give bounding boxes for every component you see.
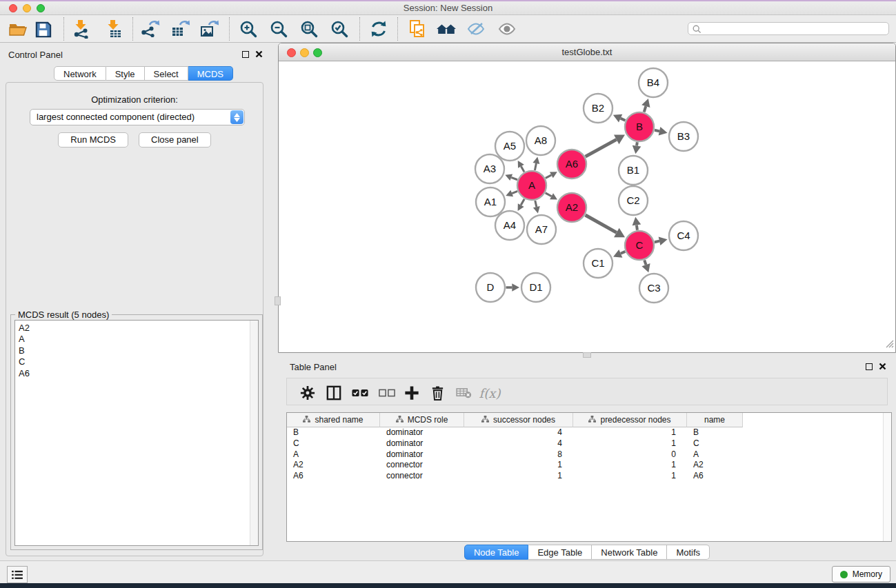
table-cell: C xyxy=(687,438,743,449)
splitter-handle[interactable] xyxy=(275,296,281,305)
optimization-criterion-select[interactable]: largest connected component (directed) xyxy=(30,109,245,125)
zoom-network-button[interactable] xyxy=(313,48,322,57)
result-item[interactable]: A6 xyxy=(15,368,258,379)
tab-edge-table[interactable]: Edge Table xyxy=(528,545,592,560)
task-history-button[interactable] xyxy=(7,566,28,583)
table-row[interactable]: A2connector11A2 xyxy=(287,460,891,471)
tab-select[interactable]: Select xyxy=(145,66,188,81)
memory-button[interactable]: Memory xyxy=(832,566,890,582)
run-mcds-button[interactable]: Run MCDS xyxy=(58,132,128,148)
edge-B-B4[interactable] xyxy=(644,106,646,112)
table-row[interactable]: Cdominator41C xyxy=(287,438,891,449)
close-window-button[interactable] xyxy=(9,4,17,12)
edge-A-A5[interactable] xyxy=(521,166,524,172)
column-header-label: name xyxy=(704,415,725,425)
tab-network[interactable]: Network xyxy=(54,66,106,81)
edge-A-A2[interactable] xyxy=(546,193,552,196)
edge-C-C3[interactable] xyxy=(644,260,646,265)
import-table-icon[interactable] xyxy=(103,19,124,39)
table-row[interactable]: Bdominator41B xyxy=(287,427,891,438)
table-mode-gear-icon[interactable] xyxy=(299,384,317,402)
select-all-columns-icon[interactable] xyxy=(351,384,369,402)
export-image-icon[interactable] xyxy=(199,19,219,39)
app-title: Session: New Session xyxy=(0,1,896,15)
zoom-in-icon[interactable] xyxy=(238,19,259,39)
close-panel-icon[interactable] xyxy=(879,363,886,370)
hide-selected-icon[interactable] xyxy=(466,19,486,39)
edge-B-B2[interactable] xyxy=(621,119,626,121)
tab-style[interactable]: Style xyxy=(106,66,145,81)
zoom-selected-icon[interactable] xyxy=(329,19,350,39)
memory-status-icon xyxy=(840,571,848,578)
resize-grip-icon[interactable] xyxy=(885,338,894,351)
tab-mcds[interactable]: MCDS xyxy=(188,66,233,81)
edge-A-A4[interactable] xyxy=(521,199,524,205)
edge-A-A1[interactable] xyxy=(512,191,517,193)
graph-node-label: D1 xyxy=(529,281,542,293)
table-cell: A xyxy=(287,449,380,460)
delete-table-icon[interactable] xyxy=(455,384,472,402)
column-header-predecessor-nodes[interactable]: predecessor nodes xyxy=(573,413,687,427)
result-item[interactable]: A2 xyxy=(15,323,258,334)
toolbar-separator xyxy=(63,17,64,41)
network-canvas[interactable]: AA1A2A3A4A5A6A7A8BB1B2B3B4CC1C2C3C4DD1 xyxy=(279,61,895,352)
result-item[interactable]: A xyxy=(15,334,258,345)
save-session-icon[interactable] xyxy=(32,19,53,39)
edge-B-B3[interactable] xyxy=(655,130,659,132)
column-header-mcds-role[interactable]: MCDS role xyxy=(380,413,464,427)
edge-A2-C[interactable] xyxy=(586,215,617,232)
minimize-window-button[interactable] xyxy=(23,4,31,12)
edge-A-A6[interactable] xyxy=(546,175,552,179)
edge-B-B1[interactable] xyxy=(637,142,637,145)
close-panel-icon[interactable] xyxy=(255,50,263,58)
refresh-view-icon[interactable] xyxy=(368,19,389,39)
zoom-out-icon[interactable] xyxy=(268,19,289,39)
graph-node-label: A5 xyxy=(504,140,516,152)
result-item[interactable]: C xyxy=(15,356,258,367)
export-network-icon[interactable] xyxy=(140,19,161,39)
show-columns-icon[interactable] xyxy=(325,384,343,402)
tab-motifs[interactable]: Motifs xyxy=(667,545,710,560)
table-header-row: shared nameMCDS rolesuccessor nodesprede… xyxy=(287,413,891,427)
edge-C-C2[interactable] xyxy=(637,225,637,230)
edge-A6-B[interactable] xyxy=(586,139,617,156)
tab-node-table[interactable]: Node Table xyxy=(464,545,529,560)
add-column-icon[interactable] xyxy=(403,384,421,402)
search-input[interactable] xyxy=(705,23,884,34)
tab-network-table[interactable]: Network Table xyxy=(592,545,667,560)
result-scrollbar[interactable] xyxy=(250,321,258,545)
column-header-successor-nodes[interactable]: successor nodes xyxy=(464,413,573,427)
close-panel-button[interactable]: Close panel xyxy=(139,132,211,148)
arrowhead-icon xyxy=(641,99,650,108)
table-scrollbar[interactable] xyxy=(883,413,891,541)
arrowhead-icon xyxy=(533,206,540,213)
open-session-icon[interactable] xyxy=(7,19,28,39)
import-network-icon[interactable] xyxy=(71,19,92,39)
unselect-all-columns-icon[interactable] xyxy=(378,384,396,402)
float-panel-icon[interactable] xyxy=(866,363,873,370)
mcds-result-list[interactable]: A2ABCA6 xyxy=(14,320,259,546)
zoom-fit-icon[interactable] xyxy=(299,19,319,39)
home-icon[interactable] xyxy=(436,19,457,39)
function-builder-icon[interactable]: f(x) xyxy=(481,384,499,402)
network-window-titlebar[interactable]: testGlobe.txt xyxy=(279,43,895,61)
close-network-button[interactable] xyxy=(287,48,296,57)
table-row[interactable]: Adominator80A xyxy=(287,449,891,460)
show-all-icon[interactable] xyxy=(497,19,517,39)
result-item[interactable]: B xyxy=(15,345,258,356)
column-header-name[interactable]: name xyxy=(687,413,743,427)
column-header-shared-name[interactable]: shared name xyxy=(287,413,380,427)
new-network-from-selection-icon[interactable] xyxy=(407,19,428,39)
delete-columns-icon[interactable] xyxy=(428,384,446,402)
export-table-icon[interactable] xyxy=(170,19,190,39)
table-row[interactable]: A6connector11A6 xyxy=(287,471,891,482)
edge-A-A8[interactable] xyxy=(535,163,536,170)
edge-A-A7[interactable] xyxy=(535,201,537,207)
zoom-window-button[interactable] xyxy=(37,4,45,12)
edge-A-A3[interactable] xyxy=(511,177,517,179)
edge-C-C4[interactable] xyxy=(655,241,659,243)
minimize-network-button[interactable] xyxy=(300,48,309,57)
graph-node-label: B xyxy=(636,121,643,132)
float-panel-icon[interactable] xyxy=(242,51,249,58)
edge-C-C1[interactable] xyxy=(621,252,626,254)
